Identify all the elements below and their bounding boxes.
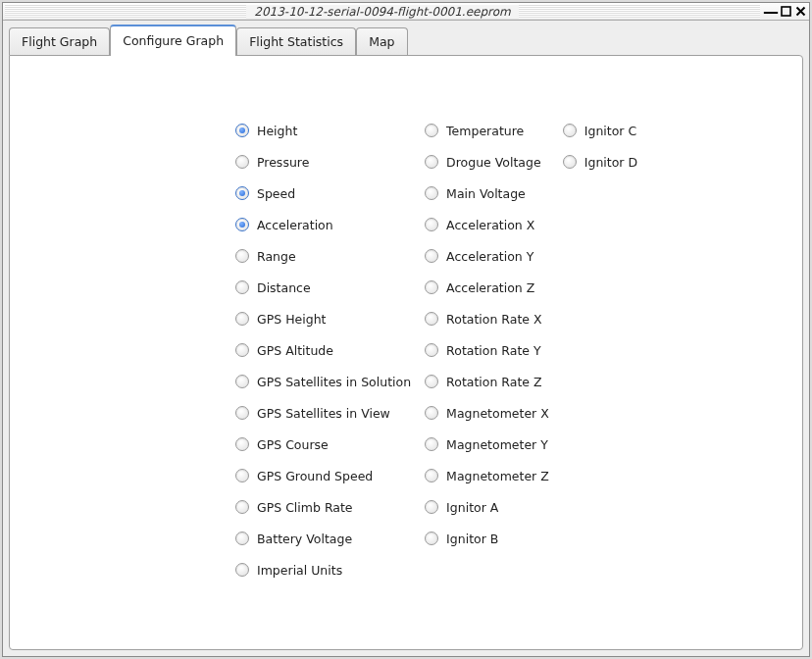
app-window: 2013-10-12-serial-0094-flight-0001.eepro…	[2, 2, 810, 657]
window-controls: —	[762, 3, 809, 20]
option-gps-satellites-in-view[interactable]: GPS Satellites in View	[235, 397, 411, 429]
option-range[interactable]: Range	[235, 240, 411, 272]
radio-icon	[563, 124, 577, 137]
option-imperial-units[interactable]: Imperial Units	[235, 554, 411, 585]
option-ignitor-c[interactable]: Ignitor C	[563, 115, 637, 146]
option-ignitor-d[interactable]: Ignitor D	[563, 146, 637, 177]
option-gps-height[interactable]: GPS Height	[235, 303, 411, 334]
option-label: Distance	[257, 280, 311, 295]
option-magnetometer-y[interactable]: Magnetometer Y	[425, 429, 549, 460]
tab-map[interactable]: Map	[356, 27, 407, 55]
radio-icon	[235, 280, 249, 294]
options-col-2: TemperatureDrogue VoltageMain VoltageAcc…	[425, 115, 549, 585]
titlebar-inner: 2013-10-12-serial-0094-flight-0001.eepro…	[5, 4, 760, 20]
option-ignitor-b[interactable]: Ignitor B	[425, 523, 549, 554]
option-label: GPS Ground Speed	[257, 469, 373, 483]
option-height[interactable]: Height	[235, 115, 411, 146]
option-label: Acceleration	[257, 218, 333, 232]
radio-icon	[425, 532, 438, 545]
option-gps-ground-speed[interactable]: GPS Ground Speed	[235, 460, 411, 491]
minimize-button[interactable]: —	[764, 5, 778, 19]
option-temperature[interactable]: Temperature	[425, 115, 549, 146]
radio-icon	[235, 155, 249, 169]
option-label: Drogue Voltage	[446, 155, 541, 170]
tab-label: Flight Statistics	[249, 34, 343, 49]
option-battery-voltage[interactable]: Battery Voltage	[235, 523, 411, 554]
option-label: GPS Height	[257, 312, 326, 327]
radio-icon	[425, 406, 438, 420]
options-col-3: Ignitor CIgnitor D	[563, 115, 637, 585]
options-col-1: HeightPressureSpeedAccelerationRangeDist…	[235, 115, 411, 585]
option-rotation-rate-z[interactable]: Rotation Rate Z	[425, 366, 549, 397]
option-label: Ignitor C	[584, 124, 636, 138]
tab-flight-statistics[interactable]: Flight Statistics	[236, 27, 356, 55]
option-label: GPS Altitude	[257, 343, 333, 358]
options-grid: HeightPressureSpeedAccelerationRangeDist…	[235, 115, 802, 585]
option-label: Magnetometer X	[446, 406, 549, 421]
option-rotation-rate-y[interactable]: Rotation Rate Y	[425, 334, 549, 366]
option-label: Acceleration X	[446, 218, 534, 232]
radio-icon	[235, 469, 249, 482]
option-label: Rotation Rate X	[446, 312, 541, 327]
tab-flight-graph[interactable]: Flight Graph	[9, 27, 110, 55]
radio-icon	[235, 343, 249, 357]
option-acceleration-y[interactable]: Acceleration Y	[425, 240, 549, 272]
radio-icon	[235, 186, 249, 200]
option-label: GPS Satellites in Solution	[257, 375, 411, 389]
radio-icon	[235, 249, 249, 263]
option-label: Speed	[257, 186, 295, 201]
option-label: Acceleration Y	[446, 249, 533, 264]
option-acceleration[interactable]: Acceleration	[235, 209, 411, 240]
option-main-voltage[interactable]: Main Voltage	[425, 177, 549, 209]
radio-dot-icon	[239, 127, 245, 133]
radio-icon	[235, 563, 249, 577]
option-label: Battery Voltage	[257, 532, 352, 546]
option-ignitor-a[interactable]: Ignitor A	[425, 491, 549, 523]
option-acceleration-x[interactable]: Acceleration X	[425, 209, 549, 240]
option-label: Rotation Rate Y	[446, 343, 541, 358]
radio-icon	[235, 500, 249, 514]
close-button[interactable]	[793, 5, 807, 19]
radio-icon	[235, 312, 249, 326]
radio-icon	[425, 186, 438, 200]
tab-label: Configure Graph	[123, 33, 224, 48]
radio-icon	[425, 155, 438, 169]
tabs-row: Flight GraphConfigure GraphFlight Statis…	[9, 25, 803, 55]
option-label: Acceleration Z	[446, 280, 534, 295]
option-magnetometer-z[interactable]: Magnetometer Z	[425, 460, 549, 491]
radio-icon	[425, 312, 438, 326]
radio-dot-icon	[239, 222, 245, 228]
radio-icon	[425, 280, 438, 294]
radio-icon	[235, 532, 249, 545]
option-speed[interactable]: Speed	[235, 177, 411, 209]
option-gps-course[interactable]: GPS Course	[235, 429, 411, 460]
option-magnetometer-x[interactable]: Magnetometer X	[425, 397, 549, 429]
radio-icon	[563, 155, 577, 169]
option-acceleration-z[interactable]: Acceleration Z	[425, 272, 549, 303]
option-drogue-voltage[interactable]: Drogue Voltage	[425, 146, 549, 177]
tab-configure-graph[interactable]: Configure Graph	[110, 25, 236, 56]
option-pressure[interactable]: Pressure	[235, 146, 411, 177]
option-gps-altitude[interactable]: GPS Altitude	[235, 334, 411, 366]
option-label: GPS Satellites in View	[257, 406, 390, 421]
option-label: GPS Course	[257, 437, 329, 452]
option-rotation-rate-x[interactable]: Rotation Rate X	[425, 303, 549, 334]
option-distance[interactable]: Distance	[235, 272, 411, 303]
window-title: 2013-10-12-serial-0094-flight-0001.eepro…	[246, 5, 518, 19]
option-label: Ignitor B	[446, 532, 498, 546]
tab-label: Map	[369, 34, 394, 49]
svg-rect-0	[782, 7, 790, 16]
radio-icon	[425, 218, 438, 231]
maximize-button[interactable]	[779, 5, 792, 19]
radio-icon	[425, 437, 438, 451]
option-gps-satellites-in-solution[interactable]: GPS Satellites in Solution	[235, 366, 411, 397]
option-label: Pressure	[257, 155, 309, 170]
option-label: Ignitor A	[446, 500, 498, 515]
option-gps-climb-rate[interactable]: GPS Climb Rate	[235, 491, 411, 523]
option-label: Main Voltage	[446, 186, 526, 201]
option-label: Height	[257, 124, 297, 138]
tab-panel-configure-graph: HeightPressureSpeedAccelerationRangeDist…	[9, 55, 803, 650]
radio-icon	[425, 249, 438, 263]
radio-icon	[425, 469, 438, 482]
radio-icon	[235, 218, 249, 231]
